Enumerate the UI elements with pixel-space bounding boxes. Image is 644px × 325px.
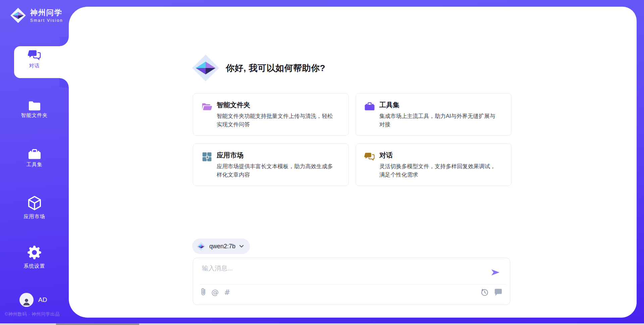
tab-fillet-bottom — [59, 78, 69, 87]
feature-cards: 智能文件夹 智能文件夹功能支持批量文件上传与清洗，轻松实现文件问答 工具集 集成… — [193, 93, 512, 186]
composer-right-tools — [480, 288, 502, 298]
sidebar-item-chat[interactable]: 对话 — [0, 49, 69, 69]
card-description: 灵活切换多模型文件，支持多样回复效果调试，满足个性化需求 — [379, 162, 497, 179]
sidebar-item-label: 应用市场 — [0, 213, 69, 220]
sidebar-item-folder[interactable]: 智能文件夹 — [0, 100, 69, 119]
model-gem-diamond-icon — [197, 242, 206, 251]
avatar — [19, 293, 34, 307]
card-toolset[interactable]: 工具集 集成市场上主流工具，助力AI与外界无缝扩展与对接 — [356, 93, 512, 136]
brand-subtitle: Smart Vision — [30, 18, 63, 23]
briefcase-icon — [364, 102, 375, 112]
chat-icon — [28, 49, 41, 61]
card-app-market[interactable]: 应用市场 应用市场提供丰富长文本模板，助力高效生成多样化文章内容 — [193, 143, 349, 186]
person-icon — [21, 297, 32, 307]
brand: 神州问学 Smart Vision — [10, 7, 63, 23]
history-button[interactable] — [480, 288, 489, 298]
briefcase-icon — [28, 148, 41, 160]
mention-button[interactable]: @ — [211, 289, 219, 296]
horizontal-scrollbar-thumb[interactable] — [56, 323, 139, 325]
composer-divider — [200, 284, 506, 284]
card-title: 工具集 — [379, 101, 497, 109]
message-input[interactable] — [201, 263, 491, 282]
card-title: 应用市场 — [217, 151, 334, 159]
cube-icon — [27, 195, 42, 211]
tab-fillet-top — [59, 37, 69, 46]
card-title: 智能文件夹 — [217, 101, 334, 109]
card-description: 集成市场上主流工具，助力AI与外界无缝扩展与对接 — [379, 112, 497, 129]
sidebar-item-tools[interactable]: 工具集 — [0, 148, 69, 168]
hashtag-button[interactable]: # — [224, 289, 230, 296]
sidebar-item-label: 系统设置 — [0, 263, 69, 269]
chevron-down-icon — [239, 244, 244, 248]
user-account[interactable]: AD — [19, 293, 47, 307]
message-bubble-icon — [494, 288, 502, 296]
new-chat-button[interactable] — [494, 288, 502, 297]
sidebar-item-settings[interactable]: 系统设置 — [0, 245, 69, 269]
greeting-row: 你好, 我可以如何帮助你? — [192, 54, 325, 82]
brand-name: 神州问学 — [30, 8, 63, 17]
user-initials: AD — [38, 296, 47, 304]
send-button[interactable] — [490, 267, 500, 277]
card-title: 对话 — [379, 151, 497, 159]
apps-icon — [202, 152, 212, 162]
horizontal-scrollbar-track[interactable] — [0, 323, 644, 325]
sidebar-item-label: 对话 — [0, 63, 69, 69]
sidebar-footer-text: ©神州数码 · 神州问学出品 — [5, 311, 60, 317]
send-icon — [490, 267, 500, 277]
model-label: qwen2:7b — [209, 243, 235, 250]
message-composer: @ # — [193, 258, 510, 305]
card-smart-folder[interactable]: 智能文件夹 智能文件夹功能支持批量文件上传与清洗，轻松实现文件问答 — [193, 93, 349, 136]
greeting-text: 你好, 我可以如何帮助你? — [226, 62, 325, 74]
folder-open-icon — [202, 102, 212, 112]
composer-left-tools: @ # — [201, 287, 230, 298]
history-icon — [480, 288, 489, 297]
sidebar-item-label: 工具集 — [0, 161, 69, 168]
greeting-gem-diamond-icon — [192, 54, 220, 82]
chat-icon — [364, 152, 375, 162]
card-description: 智能文件夹功能支持批量文件上传与清洗，轻松实现文件问答 — [217, 112, 334, 129]
model-selector[interactable]: qwen2:7b — [192, 239, 250, 254]
card-description: 应用市场提供丰富长文本模板，助力高效生成多样化文章内容 — [217, 162, 334, 179]
gear-icon — [27, 245, 42, 260]
paperclip-icon — [201, 287, 206, 297]
sidebar-item-market[interactable]: 应用市场 — [0, 195, 69, 220]
folder-icon — [28, 100, 41, 111]
sidebar-item-label: 智能文件夹 — [0, 112, 69, 119]
card-chat[interactable]: 对话 灵活切换多模型文件，支持多样回复效果调试，满足个性化需求 — [356, 143, 512, 186]
attach-file-button[interactable] — [201, 287, 206, 298]
brand-gem-diamond-icon — [10, 7, 26, 23]
